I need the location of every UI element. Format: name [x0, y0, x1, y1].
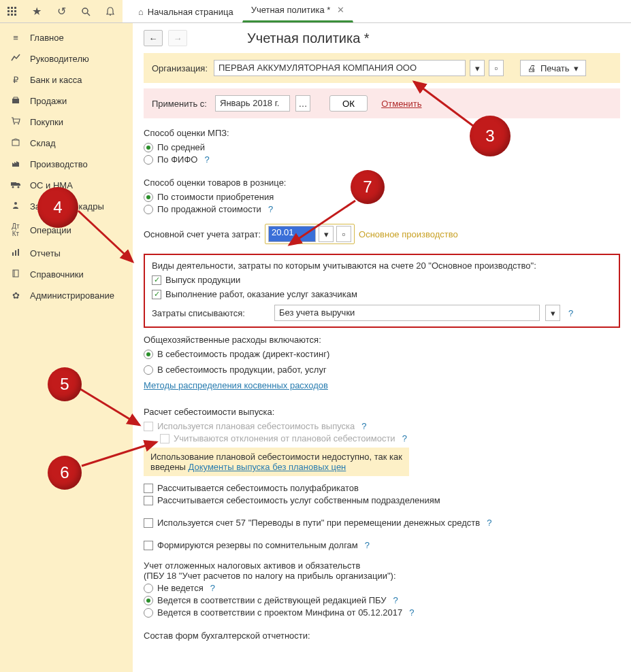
popup-button[interactable]: ▫ — [336, 226, 351, 242]
home-icon: ⌂ — [138, 7, 144, 17]
checkbox-label: Используется счет 57 "Переводы в пути" п… — [157, 518, 480, 528]
sidebar-item-sales[interactable]: Продажи — [0, 90, 133, 112]
print-label: Печать — [540, 63, 570, 73]
tab-active[interactable]: Учетная политика * ✕ — [242, 0, 354, 22]
sidebar-item-catalogs[interactable]: Справочники — [0, 264, 133, 285]
help-icon[interactable]: ? — [361, 421, 366, 431]
main-content: ← → Учетная политика * Организация: ПЕРВ… — [133, 23, 631, 672]
apps-icon[interactable] — [0, 0, 25, 22]
checkbox-output[interactable]: ✓ — [152, 275, 161, 285]
cancel-link[interactable]: Отменить — [381, 99, 421, 109]
forms-label: Состав форм бухгалтерской отчетности: — [144, 631, 620, 641]
star-icon[interactable]: ★ — [25, 0, 49, 22]
help-icon[interactable]: ? — [402, 433, 407, 443]
svg-rect-2 — [14, 7, 16, 9]
truck-icon — [10, 180, 22, 190]
sidebar-item-warehouse[interactable]: Склад — [0, 133, 133, 154]
account-label: Основной счет учета затрат: — [144, 229, 261, 239]
checkbox-label: Формируются резервы по сомнительным долг… — [157, 540, 358, 550]
radio-direct-costing[interactable] — [144, 350, 153, 359]
radio-product-cost[interactable] — [144, 365, 153, 375]
help-icon[interactable]: ? — [393, 595, 398, 605]
checkbox-reserves[interactable] — [144, 541, 153, 550]
svg-point-11 — [110, 14, 111, 16]
account-desc: Основное производство — [359, 229, 458, 239]
help-icon[interactable]: ? — [568, 308, 573, 318]
checkbox-label: Рассчитывается себестоимость полуфабрика… — [157, 483, 359, 493]
svg-rect-3 — [7, 10, 10, 12]
ok-button[interactable]: ОК — [329, 95, 368, 112]
back-button[interactable]: ← — [144, 30, 163, 46]
sidebar-item-admin[interactable]: ✿Администрирование — [0, 285, 133, 306]
radio-deferred-none[interactable] — [144, 584, 153, 593]
radio-label: По ФИФО — [157, 154, 197, 165]
help-icon[interactable]: ? — [409, 607, 414, 618]
page-title: Учетная политика * — [247, 31, 370, 46]
dropdown-button[interactable]: ▾ — [470, 60, 485, 76]
chevron-down-icon: ▾ — [574, 63, 579, 73]
popup-button[interactable]: ▫ — [489, 60, 504, 76]
svg-rect-18 — [11, 182, 16, 186]
org-field[interactable]: ПЕРВАЯ АККУМУЛЯТОРНАЯ КОМПАНИЯ ООО — [214, 60, 466, 76]
radio-deferred-minfin[interactable] — [144, 608, 153, 618]
sidebar-item-main[interactable]: ≡Главное — [0, 27, 133, 48]
radio-retail-cost[interactable] — [144, 192, 153, 202]
radio-mpz-fifo[interactable] — [144, 155, 153, 165]
tab-active-label: Учетная политика * — [251, 5, 331, 15]
costcalc-label: Расчет себестоимости выпуска: — [144, 407, 620, 417]
help-icon[interactable]: ? — [487, 518, 491, 528]
bubble-3: 3 — [470, 116, 511, 156]
search-icon[interactable] — [74, 0, 98, 22]
radio-deferred-pbu[interactable] — [144, 596, 153, 605]
apply-row: Применить с: Январь 2018 г. … ОК Отменит… — [144, 88, 620, 118]
forward-button[interactable]: → — [168, 30, 187, 46]
sidebar-item-manager[interactable]: Руководителю — [0, 48, 133, 69]
gear-icon: ✿ — [10, 290, 22, 301]
printer-icon: 🖨 — [528, 63, 536, 73]
indirect-link[interactable]: Методы распределения косвенных расходов — [144, 380, 328, 390]
help-icon[interactable]: ? — [204, 154, 209, 165]
checkbox-semifinished[interactable] — [144, 484, 153, 493]
checkbox-label: Учитываются отклонения от плановой себес… — [174, 433, 395, 443]
svg-rect-1 — [11, 7, 13, 9]
sidebar-item-production[interactable]: Производство — [0, 154, 133, 175]
writeoff-combo[interactable]: Без учета выручки — [274, 305, 540, 321]
menu-icon: ≡ — [10, 33, 22, 43]
tab-home[interactable]: ⌂ Начальная страница — [129, 1, 242, 22]
dropdown-button[interactable]: ▾ — [545, 305, 560, 321]
svg-line-10 — [87, 13, 90, 16]
chart-icon — [10, 54, 22, 64]
warning-box: Использование плановой себестоимости нед… — [144, 448, 409, 476]
sidebar-item-label: Главное — [30, 33, 64, 43]
bell-icon[interactable] — [98, 0, 123, 22]
checkbox-services[interactable]: ✓ — [152, 290, 161, 299]
warning-link[interactable]: Документы выпуска без плановых цен — [189, 462, 346, 472]
account-field[interactable]: 20.01 — [268, 226, 316, 242]
svg-rect-15 — [12, 140, 19, 146]
ellipsis-button[interactable]: … — [295, 95, 310, 112]
close-icon[interactable]: ✕ — [337, 5, 344, 15]
deferred-label1: Учет отложенных налоговых активов и обяз… — [144, 560, 620, 571]
sidebar-item-reports[interactable]: Отчеты — [0, 243, 133, 264]
help-icon[interactable]: ? — [268, 204, 273, 214]
help-icon[interactable]: ? — [365, 540, 370, 550]
print-button[interactable]: 🖨Печать▾ — [520, 60, 586, 76]
help-icon[interactable]: ? — [210, 583, 215, 593]
svg-rect-24 — [18, 249, 19, 256]
radio-retail-sale[interactable] — [144, 205, 153, 214]
checkbox-own-services[interactable] — [144, 496, 153, 505]
activities-box: Виды деятельности, затраты по которым уч… — [144, 254, 620, 328]
date-field[interactable]: Январь 2018 г. — [215, 95, 290, 112]
sidebar-item-bank[interactable]: ₽Банк и касса — [0, 69, 133, 90]
svg-rect-4 — [11, 10, 13, 12]
ruble-icon: ₽ — [10, 75, 22, 85]
dropdown-button[interactable]: ▾ — [319, 226, 334, 242]
history-icon[interactable]: ↺ — [49, 0, 74, 22]
sidebar-item-purchases[interactable]: Покупки — [0, 112, 133, 133]
bubble-5: 5 — [48, 367, 82, 401]
checkbox-account57[interactable] — [144, 518, 153, 528]
radio-label: В себестоимость продаж (директ-костинг) — [157, 349, 329, 359]
radio-mpz-avg[interactable] — [144, 143, 153, 152]
radio-label: В себестоимость продукции, работ, услуг — [157, 365, 327, 375]
bubble-4: 4 — [37, 187, 78, 228]
